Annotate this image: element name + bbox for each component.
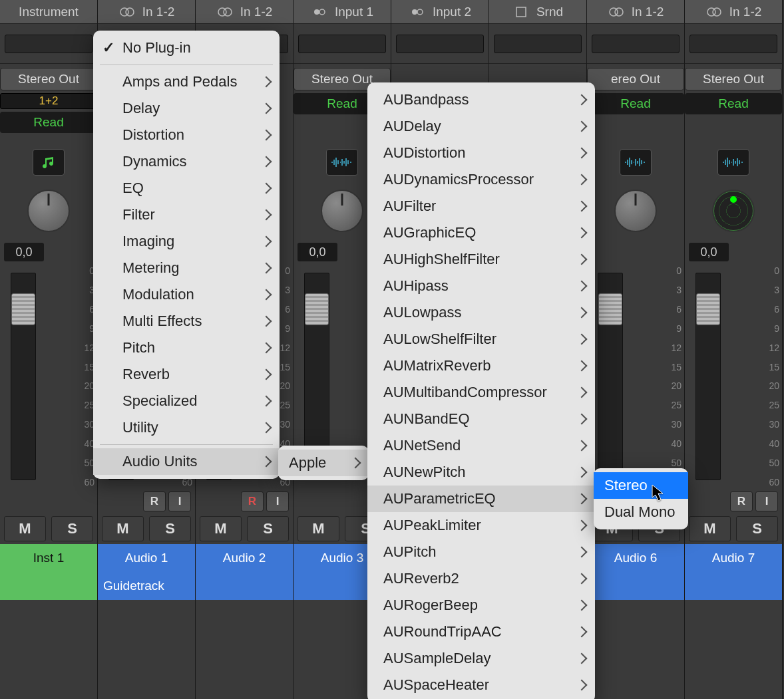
input-monitor-button[interactable]: I — [266, 491, 289, 511]
channel-input-selector[interactable]: In 1-2 — [587, 0, 684, 24]
insert-slot[interactable] — [592, 35, 680, 53]
track-name[interactable]: Audio 1 — [98, 544, 195, 572]
mute-button[interactable]: M — [689, 516, 731, 541]
menu-item-audistortion[interactable]: AUDistortion — [367, 140, 595, 166]
solo-button[interactable]: S — [149, 516, 191, 541]
mute-button[interactable]: M — [102, 516, 144, 541]
channel-input-selector[interactable]: Instrument — [0, 0, 97, 24]
record-enable-button[interactable]: R — [241, 491, 264, 511]
track-group-label[interactable] — [196, 572, 293, 600]
menu-item-aulowshelffilter[interactable]: AULowShelfFilter — [367, 326, 595, 352]
automation-mode-button[interactable]: Read — [587, 93, 684, 114]
menu-item-aubandpass[interactable]: AUBandpass — [367, 86, 595, 113]
pan-knob[interactable] — [614, 190, 657, 232]
menu-item-audynamicsprocessor[interactable]: AUDynamicsProcessor — [367, 166, 595, 193]
track-icon-music[interactable] — [33, 149, 65, 176]
solo-button[interactable]: S — [247, 516, 289, 541]
fader[interactable] — [4, 267, 93, 486]
menu-item-aunbandeq[interactable]: AUNBandEQ — [367, 406, 595, 432]
output-selector[interactable]: Stereo Out — [685, 68, 782, 90]
pan-value[interactable]: 0,0 — [689, 243, 729, 261]
insert-slot[interactable] — [396, 35, 484, 53]
insert-slot[interactable] — [298, 35, 386, 53]
output-selector[interactable]: ereo Out — [587, 68, 684, 90]
track-group-label[interactable] — [587, 572, 684, 600]
pan-value[interactable]: 0,0 — [4, 243, 44, 261]
track-group-label[interactable] — [685, 572, 782, 600]
menu-item-delay[interactable]: Delay — [93, 95, 280, 122]
solo-button[interactable]: S — [736, 516, 778, 541]
fader[interactable] — [689, 267, 778, 486]
channel-input-selector[interactable]: Input 1 — [294, 0, 391, 24]
record-enable-button[interactable]: R — [730, 491, 753, 511]
record-enable-button[interactable]: R — [143, 491, 166, 511]
output-selector[interactable]: Stereo Out — [0, 68, 97, 90]
menu-item-auhighshelffilter[interactable]: AUHighShelfFilter — [367, 246, 595, 273]
menu-item-distortion[interactable]: Distortion — [93, 122, 280, 148]
menu-item-aurogerbeep[interactable]: AURogerBeep — [367, 592, 595, 619]
menu-item-imaging[interactable]: Imaging — [93, 228, 280, 255]
menu-item-specialized[interactable]: Specialized — [93, 388, 280, 414]
input-monitor-button[interactable]: I — [755, 491, 778, 511]
solo-button[interactable]: S — [51, 516, 93, 541]
mute-button[interactable]: M — [4, 516, 46, 541]
menu-no-plugin[interactable]: No Plug-in — [93, 35, 280, 61]
menu-item-aupeaklimiter[interactable]: AUPeakLimiter — [367, 512, 595, 539]
channel-input-selector[interactable]: Input 2 — [391, 0, 489, 24]
menu-item-modulation[interactable]: Modulation — [93, 281, 280, 308]
automation-mode-button[interactable]: Read — [685, 93, 782, 114]
fader[interactable] — [591, 267, 680, 486]
menu-item-multi-effects[interactable]: Multi Effects — [93, 308, 280, 335]
menu-item-reverb[interactable]: Reverb — [93, 361, 280, 388]
menu-item-audelay[interactable]: AUDelay — [367, 113, 595, 140]
menu-item-aureverb2[interactable]: AUReverb2 — [367, 565, 595, 592]
insert-slot[interactable] — [5, 35, 93, 53]
channel-input-selector[interactable]: In 1-2 — [98, 0, 195, 24]
automation-mode-button[interactable]: Read — [0, 112, 97, 133]
input-monitor-button[interactable]: I — [168, 491, 191, 511]
menu-item-aunetsend[interactable]: AUNetSend — [367, 432, 595, 459]
menu-item-aumultibandcompressor[interactable]: AUMultibandCompressor — [367, 379, 595, 406]
menu-item-aunewpitch[interactable]: AUNewPitch — [367, 459, 595, 486]
channel-input-selector[interactable]: In 1-2 — [196, 0, 293, 24]
menu-item-ausampledelay[interactable]: AUSampleDelay — [367, 645, 595, 672]
mute-button[interactable]: M — [297, 516, 339, 541]
menu-item-eq[interactable]: EQ — [93, 175, 280, 202]
channel-input-selector[interactable]: Srnd — [489, 0, 586, 24]
menu-item-utility[interactable]: Utility — [93, 414, 280, 441]
menu-item-aumatrixreverb[interactable]: AUMatrixReverb — [367, 352, 595, 379]
menu-item-auhipass[interactable]: AUHipass — [367, 273, 595, 299]
menu-item-auroundtripaac[interactable]: AURoundTripAAC — [367, 619, 595, 645]
channel-input-selector[interactable]: In 1-2 — [685, 0, 782, 24]
menu-item-metering[interactable]: Metering — [93, 255, 280, 281]
mute-button[interactable]: M — [200, 516, 242, 541]
track-group-label[interactable] — [0, 572, 97, 600]
menu-item-augraphiceq[interactable]: AUGraphicEQ — [367, 219, 595, 246]
menu-item-amps-and-pedals[interactable]: Amps and Pedals — [93, 69, 280, 95]
menu-stereo[interactable]: Stereo — [594, 472, 688, 499]
insert-slot[interactable] — [494, 35, 582, 53]
sends-indicator[interactable]: 1+2 — [0, 93, 97, 109]
pan-value[interactable]: 0,0 — [297, 243, 337, 261]
track-group-label[interactable]: Guidetrack — [98, 572, 195, 600]
menu-item-aupitch[interactable]: AUPitch — [367, 539, 595, 565]
track-icon-waveform[interactable] — [326, 149, 358, 176]
pan-knob[interactable] — [27, 190, 70, 232]
pan-knob[interactable] — [321, 190, 363, 232]
menu-item-aufilter[interactable]: AUFilter — [367, 193, 595, 219]
menu-dual-mono[interactable]: Dual Mono — [594, 499, 688, 525]
menu-item-dynamics[interactable]: Dynamics — [93, 148, 280, 175]
menu-audio-units[interactable]: Audio Units — [93, 448, 280, 475]
track-name[interactable]: Audio 6 — [587, 544, 684, 572]
menu-item-filter[interactable]: Filter — [93, 202, 280, 228]
menu-item-aulowpass[interactable]: AULowpass — [367, 299, 595, 326]
track-name[interactable]: Inst 1 — [0, 544, 97, 572]
menu-item-pitch[interactable]: Pitch — [93, 335, 280, 361]
surround-panner[interactable] — [712, 190, 755, 232]
menu-item-auparametriceq[interactable]: AUParametricEQ — [367, 486, 595, 512]
track-name[interactable]: Audio 2 — [196, 544, 293, 572]
menu-apple[interactable]: Apple — [278, 450, 369, 476]
track-name[interactable]: Audio 7 — [685, 544, 782, 572]
track-icon-waveform[interactable] — [717, 149, 749, 176]
insert-slot[interactable] — [689, 35, 777, 53]
